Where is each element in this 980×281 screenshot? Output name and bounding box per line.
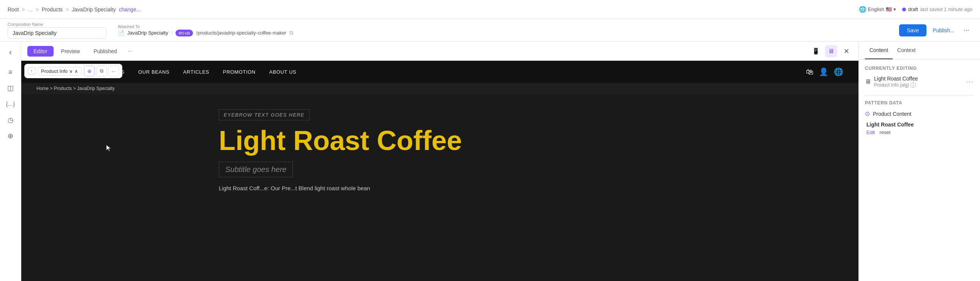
- sidebar-item-code[interactable]: {…}: [4, 97, 18, 111]
- chevron-down-comp-icon: ∨: [69, 68, 73, 74]
- pattern-data-value-row: Light Roast Coffee Edit reset: [865, 121, 974, 135]
- language-selector[interactable]: 🌐 English 🇺🇸 ▾: [859, 6, 896, 13]
- hero-title: Light Roast Coffee: [219, 126, 843, 156]
- copy-icon[interactable]: ⧉: [290, 30, 293, 36]
- url-path: /products/javadrip-specialty-coffee-make…: [196, 30, 286, 36]
- info-icon[interactable]: i: [910, 83, 916, 88]
- breadcrumb-products[interactable]: Products: [42, 6, 63, 13]
- editor-area: Editor Preview Published ··· 📱 🖥 ✕ ↑: [21, 42, 858, 281]
- editor-close-button[interactable]: ✕: [840, 45, 853, 57]
- attached-section: Attached To 📄 JavaDrip Specialty / en-us…: [107, 24, 899, 37]
- attached-name: JavaDrip Specialty: [127, 30, 168, 36]
- pattern-data-title: Pattern Data: [865, 100, 974, 106]
- pattern-data-value: Light Roast Coffee: [866, 122, 913, 128]
- mobile-icon: 📱: [812, 48, 820, 55]
- database-icon: ◫: [7, 84, 14, 92]
- currently-editing-title: Currently Editing: [865, 66, 974, 71]
- draft-dot-icon: [902, 8, 906, 11]
- edit-link[interactable]: Edit: [866, 130, 875, 135]
- sidebar-item-history[interactable]: ◷: [4, 113, 18, 127]
- breadcrumb-sep1: >: [22, 6, 25, 13]
- breadcrumb-page: JavaDrip Specialty: [72, 6, 116, 13]
- nav-item-beans[interactable]: OUR BEANS: [138, 69, 169, 75]
- save-button[interactable]: Save: [899, 24, 926, 37]
- breadcrumb-root[interactable]: Root: [8, 6, 19, 13]
- tab-content[interactable]: Content: [865, 42, 892, 59]
- ce-item-name: Light Roast Coffee: [874, 76, 966, 82]
- currently-editing-item: 🖥 Light Roast Coffee Product Info (alg) …: [865, 76, 974, 88]
- action-buttons: Save Publish... ···: [899, 24, 972, 37]
- breadcrumb-ellipsis: ...: [28, 6, 33, 13]
- pattern-data-actions: Edit reset: [866, 130, 974, 135]
- preview-breadcrumb: Home > Products > JavaDrip Specialty: [21, 83, 858, 94]
- nav-items: MACHINES OUR BEANS ARTICLES PROMOTION AB…: [97, 69, 806, 75]
- attached-content: 📄 JavaDrip Specialty / en-us /products/j…: [118, 30, 899, 37]
- component-more-button[interactable]: ···: [108, 66, 119, 76]
- pattern-data-label: Product Content: [873, 111, 911, 117]
- locale-badge[interactable]: en-us: [175, 30, 193, 37]
- nav-item-about[interactable]: ABOUT US: [269, 69, 296, 75]
- history-icon: ◷: [8, 116, 14, 124]
- canvas-area: ↑ Product Info ∨ ∧ ⊕ ⧉ ···: [21, 61, 858, 281]
- sidebar-item-layers[interactable]: ≡: [4, 65, 18, 79]
- breadcrumb-change[interactable]: change...: [119, 6, 141, 13]
- breadcrumb-sep3: >: [66, 6, 69, 13]
- preview-navigation: JD JavaDrip MACHINES OUR BEANS ARTICLES …: [21, 61, 858, 83]
- preview-breadcrumb-text: Home > Products > JavaDrip Specialty: [37, 86, 115, 91]
- component-name-label: Product Info: [41, 68, 68, 74]
- nav-icons: 🛍 👤 🌐: [806, 67, 843, 76]
- flag-icon: 🇺🇸: [886, 6, 892, 12]
- more-options-button[interactable]: ···: [961, 25, 972, 36]
- eyebrow-text: EYEBROW TEXT GOES HERE: [219, 110, 310, 121]
- sidebar-item-globe[interactable]: ⊕: [4, 129, 18, 143]
- cart-icon[interactable]: 🛍: [806, 68, 814, 76]
- ce-item-sub: Product Info (alg) i: [874, 83, 966, 88]
- mobile-view-button[interactable]: 📱: [810, 45, 822, 57]
- nav-item-promotion[interactable]: PROMOTION: [223, 69, 256, 75]
- nav-item-articles[interactable]: ARTICLES: [183, 69, 209, 75]
- subtitle-text: Subtitle goes here: [219, 162, 293, 177]
- right-sidebar: Content Context Currently Editing 🖥 Ligh…: [858, 42, 980, 281]
- attached-label: Attached To: [118, 24, 899, 29]
- tab-editor[interactable]: Editor: [27, 46, 54, 57]
- component-up-button[interactable]: ↑: [28, 67, 35, 75]
- left-sidebar: ‹ ≡ ◫ {…} ◷ ⊕: [0, 42, 21, 281]
- component-name-dropdown[interactable]: Product Info ∨ ∧: [38, 67, 82, 76]
- component-target-button[interactable]: ⊕: [84, 66, 95, 76]
- chevron-down-icon: ▾: [893, 6, 896, 12]
- tab-preview[interactable]: Preview: [55, 46, 86, 57]
- globe-icon: 🌐: [859, 6, 866, 13]
- sidebar-item-database[interactable]: ◫: [4, 81, 18, 95]
- editor-tabs: Editor Preview Published ···: [27, 46, 135, 57]
- tab-published[interactable]: Published: [88, 46, 123, 57]
- preview-frame: JD JavaDrip MACHINES OUR BEANS ARTICLES …: [21, 61, 858, 281]
- account-icon[interactable]: 👤: [819, 67, 829, 76]
- draft-status: draft last saved 1 minute ago: [902, 6, 972, 12]
- component-bar: ↑ Product Info ∨ ∧ ⊕ ⧉ ···: [24, 64, 123, 78]
- component-duplicate-button[interactable]: ⧉: [96, 66, 107, 76]
- sidebar-back-button[interactable]: ‹: [4, 46, 18, 59]
- right-sidebar-tabs: Content Context: [859, 42, 980, 60]
- breadcrumb-sep2: >: [35, 6, 38, 13]
- publish-button[interactable]: Publish...: [929, 24, 958, 37]
- ce-more-button[interactable]: ···: [966, 78, 974, 86]
- top-bar-right: 🌐 English 🇺🇸 ▾ draft last saved 1 minute…: [859, 6, 972, 13]
- preview-hero: EYEBROW TEXT GOES HERE Light Roast Coffe…: [21, 94, 858, 199]
- editor-toolbar: Editor Preview Published ··· 📱 🖥 ✕: [21, 42, 858, 61]
- more-horiz-icon: ···: [112, 68, 116, 74]
- tab-context[interactable]: Context: [892, 42, 920, 59]
- reset-link[interactable]: reset: [879, 130, 890, 135]
- language-icon[interactable]: 🌐: [834, 67, 843, 76]
- tab-more-button[interactable]: ···: [124, 46, 135, 56]
- url-separator: /: [171, 30, 173, 36]
- desktop-view-button[interactable]: 🖥: [825, 45, 837, 57]
- description-text: Light Roast Coff...e: Our Pre...t Blend …: [219, 185, 439, 191]
- globe-sidebar-icon: ⊕: [8, 132, 13, 140]
- composition-name-input[interactable]: [8, 27, 107, 39]
- target-icon: ⊕: [88, 68, 92, 74]
- duplicate-icon: ⧉: [100, 68, 103, 74]
- language-label: English: [868, 6, 884, 12]
- breadcrumb: Root > ... > Products > JavaDrip Special…: [8, 6, 141, 13]
- code-icon: {…}: [6, 101, 15, 107]
- back-icon: ‹: [9, 48, 12, 57]
